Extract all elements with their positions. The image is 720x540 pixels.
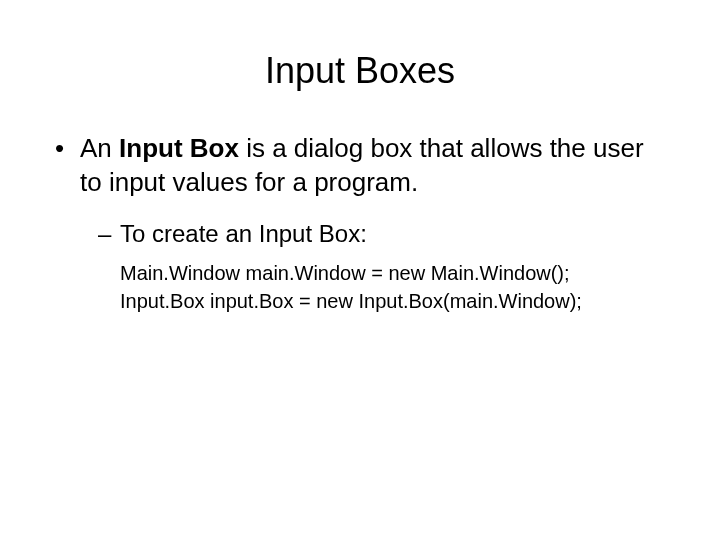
code-line-2: Input.Box input.Box = new Input.Box(main… xyxy=(50,287,670,315)
code-line-1: Main.Window main.Window = new Main.Windo… xyxy=(50,259,670,287)
bullet1-text-pre: An xyxy=(80,133,119,163)
bullet-item-2: To create an Input Box: xyxy=(50,218,670,249)
slide-title: Input Boxes xyxy=(50,50,670,92)
bullet1-text-bold: Input Box xyxy=(119,133,239,163)
bullet-item-1: An Input Box is a dialog box that allows… xyxy=(50,132,670,200)
